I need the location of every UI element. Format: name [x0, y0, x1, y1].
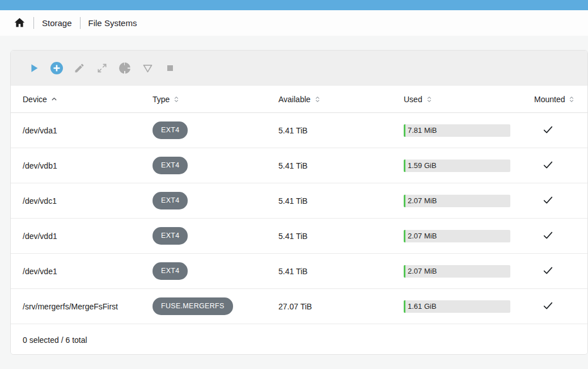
mounted-cell — [534, 124, 587, 137]
mounted-check-icon — [543, 300, 553, 311]
table-row[interactable]: /dev/vdc1 EXT4 5.41 TiB 2.07 MiB — [11, 183, 587, 219]
used-cell: 2.07 MiB — [404, 195, 534, 207]
breadcrumb-item-storage[interactable]: Storage — [42, 18, 72, 28]
type-cell: EXT4 — [153, 121, 278, 139]
selection-summary: 0 selected / 6 total — [23, 336, 87, 345]
table-row[interactable]: /srv/mergerfs/MergeFsFirst FUSE.MERGERFS… — [11, 289, 587, 324]
column-header-label: Available — [278, 95, 311, 104]
mounted-cell — [534, 160, 587, 172]
mount-play-button[interactable] — [27, 61, 41, 75]
unmount-button[interactable] — [141, 61, 154, 75]
file-systems-panel: Device Type Available — [10, 50, 588, 355]
used-progress-bar: 7.81 MiB — [404, 124, 510, 137]
mounted-check-icon — [543, 195, 553, 206]
filesystem-type-badge: EXT4 — [153, 121, 188, 139]
device-cell: /dev/vda1 — [23, 126, 153, 135]
mounted-cell — [534, 195, 587, 207]
table-row[interactable]: /dev/vdd1 EXT4 5.41 TiB 2.07 MiB — [11, 219, 587, 254]
device-cell: /dev/vdc1 — [23, 196, 153, 206]
mounted-check-icon — [543, 265, 553, 276]
top-accent-bar — [0, 0, 588, 10]
used-progress-bar: 2.07 MiB — [404, 195, 510, 207]
mounted-cell — [534, 300, 587, 313]
sort-unsorted-icon — [426, 96, 432, 103]
used-progress-bar: 2.07 MiB — [404, 230, 510, 242]
used-cell: 2.07 MiB — [404, 265, 534, 278]
filesystem-type-badge: EXT4 — [153, 157, 188, 174]
used-cell: 2.07 MiB — [404, 230, 534, 242]
breadcrumb: Storage File Systems — [0, 10, 588, 36]
type-cell: EXT4 — [153, 262, 278, 280]
available-cell: 27.07 TiB — [278, 302, 404, 311]
resize-button[interactable] — [95, 61, 109, 75]
filesystem-type-badge: EXT4 — [153, 262, 188, 280]
add-button[interactable] — [50, 61, 64, 75]
used-progress-bar: 1.59 GiB — [404, 160, 510, 172]
filesystem-type-badge: EXT4 — [153, 227, 188, 245]
column-header[interactable]: Mounted — [534, 95, 587, 104]
toolbar — [11, 51, 587, 86]
available-cell: 5.41 TiB — [278, 232, 404, 241]
used-progress-bar: 2.07 MiB — [404, 265, 510, 278]
table-row[interactable]: /dev/vde1 EXT4 5.41 TiB 2.07 MiB — [11, 254, 587, 289]
table-footer: 0 selected / 6 total — [11, 324, 587, 355]
available-cell: 5.41 TiB — [278, 267, 404, 276]
mounted-check-icon — [543, 124, 553, 135]
table-row[interactable]: /dev/vda1 EXT4 5.41 TiB 7.81 MiB — [11, 113, 587, 148]
home-icon[interactable] — [14, 17, 26, 29]
quota-pie-icon[interactable] — [118, 61, 132, 75]
available-cell: 5.41 TiB — [278, 196, 404, 206]
used-progress-bar: 1.61 GiB — [404, 300, 510, 313]
sort-unsorted-icon — [315, 96, 320, 103]
breadcrumb-separator — [80, 17, 81, 29]
type-cell: FUSE.MERGERFS — [153, 297, 278, 315]
column-header-label: Type — [153, 95, 170, 104]
available-cell: 5.41 TiB — [278, 126, 404, 135]
used-cell: 1.61 GiB — [404, 300, 534, 313]
device-cell: /srv/mergerfs/MergeFsFirst — [23, 302, 153, 311]
type-cell: EXT4 — [153, 192, 278, 209]
column-header[interactable]: Used — [404, 95, 534, 104]
sort-asc-icon — [51, 96, 57, 102]
mounted-cell — [534, 230, 587, 242]
table-body: /dev/vda1 EXT4 5.41 TiB 7.81 MiB /dev/vd… — [11, 113, 587, 324]
mounted-cell — [534, 265, 587, 278]
available-cell: 5.41 TiB — [278, 161, 404, 170]
used-cell: 1.59 GiB — [404, 160, 534, 172]
column-header[interactable]: Device — [23, 95, 153, 104]
filesystem-type-badge: EXT4 — [153, 192, 188, 209]
device-cell: /dev/vdd1 — [23, 232, 153, 241]
column-header[interactable]: Type — [153, 95, 278, 104]
column-header[interactable]: Available — [278, 95, 404, 104]
type-cell: EXT4 — [153, 157, 278, 174]
breadcrumb-separator — [33, 17, 34, 29]
breadcrumb-item-file-systems[interactable]: File Systems — [88, 18, 137, 28]
table-header-row: Device Type Available — [11, 86, 587, 113]
type-cell: EXT4 — [153, 227, 278, 245]
sort-unsorted-icon — [174, 96, 179, 103]
mounted-check-icon — [543, 230, 553, 241]
column-header-label: Used — [404, 95, 422, 104]
filesystem-type-badge: FUSE.MERGERFS — [153, 297, 233, 315]
device-cell: /dev/vde1 — [23, 267, 153, 276]
table-row[interactable]: /dev/vdb1 EXT4 5.41 TiB 1.59 GiB — [11, 148, 587, 183]
pie-chart-icon — [119, 62, 130, 74]
column-header-label: Device — [23, 95, 47, 104]
delete-button[interactable] — [163, 61, 177, 75]
column-header-label: Mounted — [534, 95, 565, 104]
sort-unsorted-icon — [569, 96, 574, 103]
mounted-check-icon — [543, 160, 553, 170]
edit-button[interactable] — [73, 61, 86, 75]
device-cell: /dev/vdb1 — [23, 161, 153, 170]
used-cell: 7.81 MiB — [404, 124, 534, 137]
